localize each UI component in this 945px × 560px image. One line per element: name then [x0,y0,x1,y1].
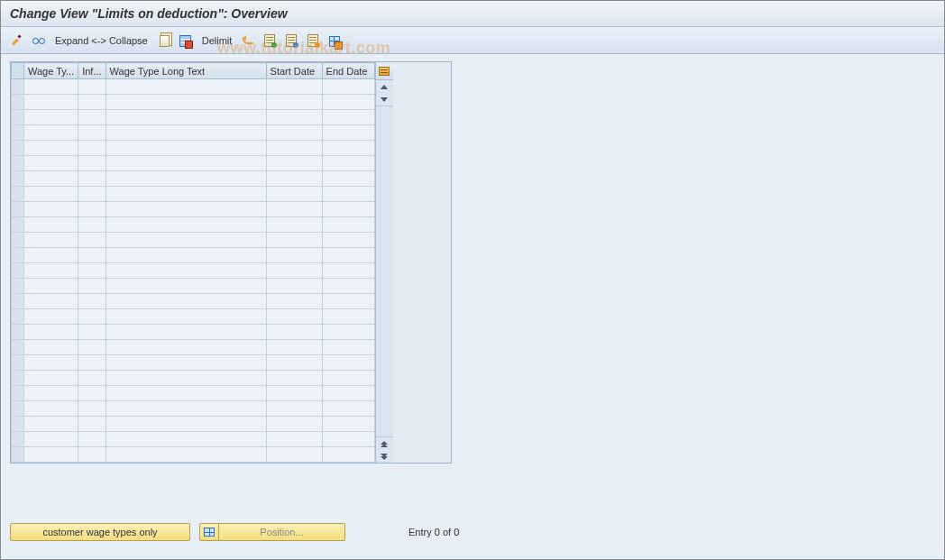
cell-long-text[interactable] [106,263,266,279]
configure-columns-button[interactable] [376,62,393,80]
table-row[interactable] [12,217,375,233]
cell-end-date[interactable] [322,171,374,187]
row-selector[interactable] [12,263,24,279]
cell-long-text[interactable] [106,386,266,401]
cell-wage-type[interactable] [24,371,78,386]
cell-wage-type[interactable] [24,294,78,309]
cell-end-date[interactable] [322,401,374,417]
cell-start-date[interactable] [266,417,322,432]
row-selector[interactable] [12,79,24,95]
cell-long-text[interactable] [106,95,266,110]
table-row[interactable] [12,79,375,95]
cell-start-date[interactable] [266,110,322,125]
cell-long-text[interactable] [106,401,266,417]
table-row[interactable] [12,263,375,279]
cell-inf[interactable] [78,217,106,233]
data-grid[interactable]: Wage Ty... Inf... Wage Type Long Text St… [11,62,375,463]
cell-inf[interactable] [78,171,106,187]
cell-end-date[interactable] [322,325,374,340]
row-selector[interactable] [12,156,24,171]
cell-inf[interactable] [78,447,106,463]
copy-button[interactable] [155,32,173,50]
cell-long-text[interactable] [106,417,266,432]
cell-wage-type[interactable] [24,279,78,294]
cell-end-date[interactable] [322,248,374,263]
table-row[interactable] [12,309,375,325]
cell-inf[interactable] [78,386,106,401]
row-selector[interactable] [12,309,24,325]
table-row[interactable] [12,202,375,217]
col-end-date[interactable]: End Date [322,63,374,79]
variant-a-button[interactable] [261,32,279,50]
scroll-page-down-button[interactable] [376,450,393,463]
cell-wage-type[interactable] [24,110,78,125]
scroll-up-button[interactable] [376,80,393,93]
row-selector[interactable] [12,340,24,355]
row-selector[interactable] [12,110,24,125]
table-settings-button[interactable] [326,32,344,50]
cell-start-date[interactable] [266,401,322,417]
cell-wage-type[interactable] [24,355,78,371]
col-start-date[interactable]: Start Date [266,63,322,79]
delimit-button[interactable]: Delimit [198,35,236,46]
row-selector[interactable] [12,187,24,202]
cell-inf[interactable] [78,401,106,417]
cell-long-text[interactable] [106,141,266,156]
table-row[interactable] [12,248,375,263]
cell-inf[interactable] [78,340,106,355]
cell-start-date[interactable] [266,447,322,463]
cell-long-text[interactable] [106,187,266,202]
cell-long-text[interactable] [106,447,266,463]
cell-wage-type[interactable] [24,432,78,447]
cell-start-date[interactable] [266,187,322,202]
cell-start-date[interactable] [266,125,322,141]
cell-inf[interactable] [78,432,106,447]
cell-long-text[interactable] [106,248,266,263]
row-selector[interactable] [12,125,24,141]
edit-button[interactable] [8,32,26,50]
table-row[interactable] [12,233,375,248]
cell-inf[interactable] [78,233,106,248]
table-row[interactable] [12,110,375,125]
table-row[interactable] [12,171,375,187]
row-selector[interactable] [12,417,24,432]
cell-end-date[interactable] [322,217,374,233]
col-inf[interactable]: Inf... [78,63,106,79]
scroll-down-btn-top[interactable] [376,93,393,106]
cell-wage-type[interactable] [24,386,78,401]
row-selector-header[interactable] [12,63,24,79]
col-wage-type[interactable]: Wage Ty... [24,63,78,79]
cell-wage-type[interactable] [24,309,78,325]
table-row[interactable] [12,141,375,156]
cell-start-date[interactable] [266,371,322,386]
row-selector[interactable] [12,355,24,371]
cell-long-text[interactable] [106,309,266,325]
cell-long-text[interactable] [106,294,266,309]
cell-inf[interactable] [78,248,106,263]
cell-long-text[interactable] [106,202,266,217]
cell-end-date[interactable] [322,386,374,401]
cell-inf[interactable] [78,125,106,141]
row-selector[interactable] [12,371,24,386]
row-selector[interactable] [12,217,24,233]
cell-inf[interactable] [78,355,106,371]
row-selector[interactable] [12,233,24,248]
cell-start-date[interactable] [266,355,322,371]
table-row[interactable] [12,187,375,202]
cell-inf[interactable] [78,263,106,279]
cell-long-text[interactable] [106,125,266,141]
table-row[interactable] [12,401,375,417]
cell-inf[interactable] [78,309,106,325]
cell-wage-type[interactable] [24,217,78,233]
position-icon-button[interactable] [199,523,219,541]
cell-start-date[interactable] [266,263,322,279]
row-selector[interactable] [12,141,24,156]
cell-end-date[interactable] [322,371,374,386]
cell-start-date[interactable] [266,279,322,294]
cell-inf[interactable] [78,79,106,95]
cell-long-text[interactable] [106,233,266,248]
cell-inf[interactable] [78,141,106,156]
cell-long-text[interactable] [106,279,266,294]
cell-inf[interactable] [78,294,106,309]
cell-end-date[interactable] [322,95,374,110]
